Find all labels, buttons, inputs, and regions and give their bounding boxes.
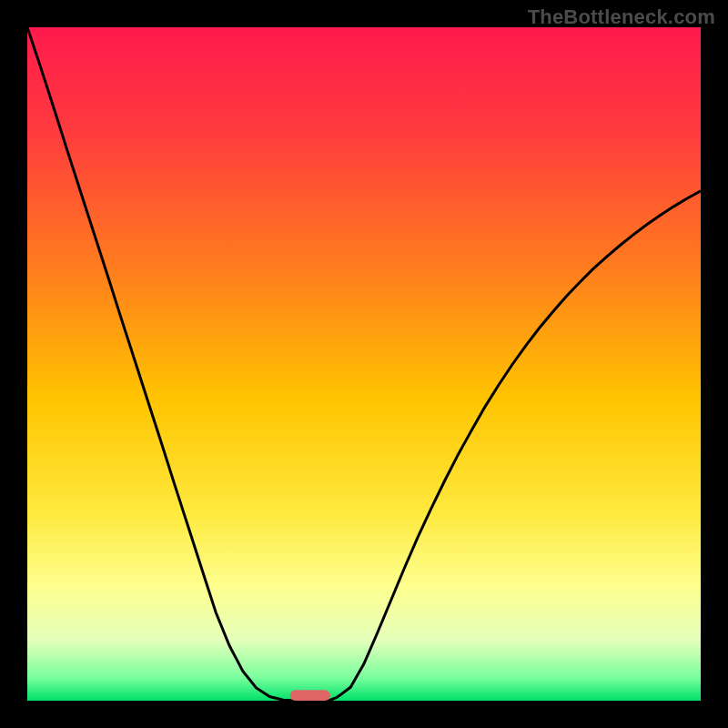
- gradient-background: [27, 27, 701, 701]
- optimal-marker: [290, 690, 330, 701]
- bottleneck-chart: [27, 27, 701, 701]
- watermark-text: TheBottleneck.com: [528, 5, 715, 29]
